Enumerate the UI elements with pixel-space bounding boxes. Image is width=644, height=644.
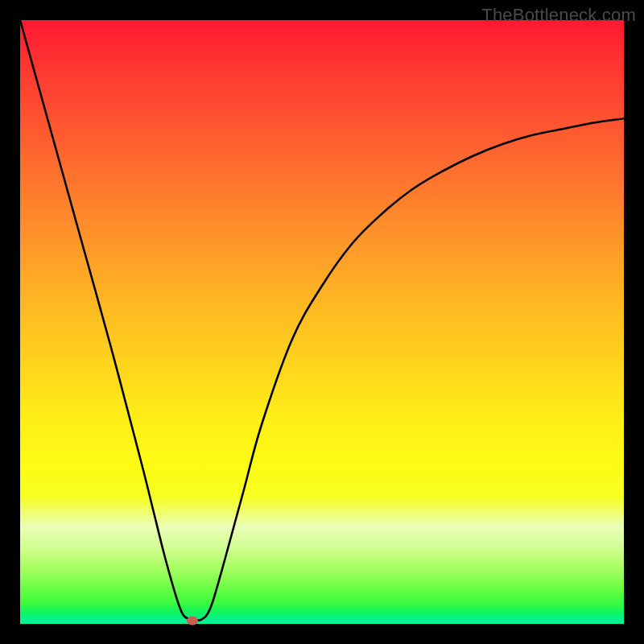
plot-area [20, 20, 624, 624]
bottleneck-curve [20, 20, 624, 621]
minimum-marker [187, 616, 198, 625]
chart-frame: TheBottleneck.com [0, 0, 644, 644]
curve-svg [20, 20, 624, 624]
watermark-text: TheBottleneck.com [481, 5, 636, 26]
